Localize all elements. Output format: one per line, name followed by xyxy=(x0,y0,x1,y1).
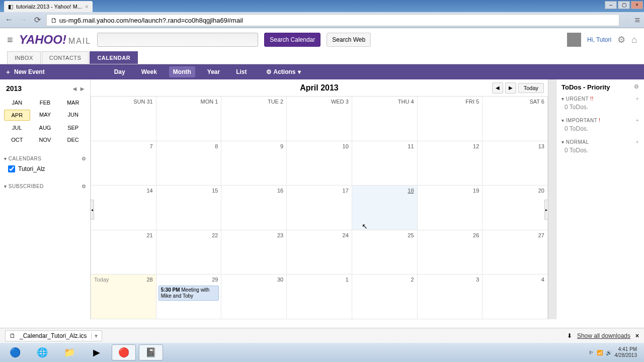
tray-flag-icon[interactable]: 🏳 xyxy=(589,350,594,355)
todo-section-header[interactable]: ▾ IMPORTANT !+ xyxy=(561,118,639,123)
search-input[interactable] xyxy=(97,33,258,47)
tab-inbox[interactable]: INBOX xyxy=(7,51,41,64)
maximize-button[interactable]: ▢ xyxy=(618,1,630,9)
calendar-cell[interactable]: SAT 6 xyxy=(482,97,548,141)
calendar-item[interactable]: Tutori_Alz xyxy=(4,163,86,174)
url-input[interactable]: 🗋 us-mg6.mail.yahoo.com/neo/launch?.rand… xyxy=(46,14,619,26)
prev-month-button[interactable]: ◀ xyxy=(492,82,503,94)
calendar-cell[interactable]: 24 xyxy=(287,230,352,275)
taskbar-ie[interactable]: 🌐 xyxy=(30,344,54,360)
calendar-cell[interactable]: SUN 31 xyxy=(91,97,156,141)
tray-volume-icon[interactable]: 🔊 xyxy=(606,350,612,355)
view-day[interactable]: Day xyxy=(110,66,129,77)
calendar-cell[interactable]: 15 xyxy=(156,186,222,230)
hamburger-icon[interactable]: ≡ xyxy=(7,34,13,46)
calendar-cell[interactable]: 4 xyxy=(482,275,548,319)
taskbar-explorer[interactable]: 📁 xyxy=(57,344,82,360)
calendar-cell[interactable]: 22 xyxy=(156,230,222,275)
calendar-event[interactable]: 5:30 PM Meeting with Mike and Toby xyxy=(158,286,219,301)
calendar-cell[interactable]: 1 xyxy=(287,275,352,319)
calendar-cell[interactable]: 27 xyxy=(482,230,548,275)
calendar-cell[interactable]: FRI 5 xyxy=(418,97,483,141)
plus-icon[interactable]: + xyxy=(636,118,639,123)
view-year[interactable]: Year xyxy=(203,66,224,77)
month-cell-jan[interactable]: JAN xyxy=(4,98,30,108)
new-event-button[interactable]: ＋ New Event xyxy=(5,68,45,76)
taskbar-chrome[interactable]: 🔴 xyxy=(112,344,136,360)
clock[interactable]: 4:41 PM 4/28/2013 xyxy=(615,346,641,358)
calendar-cell[interactable]: 7 xyxy=(91,141,156,186)
calendar-cell[interactable]: TUE 2 xyxy=(221,97,287,141)
calendar-cell[interactable]: 21 xyxy=(91,230,156,275)
plus-icon[interactable]: + xyxy=(636,96,639,102)
calendar-cell[interactable]: THU 4 xyxy=(352,97,418,141)
prev-year-icon[interactable]: ◂ xyxy=(73,84,76,93)
plus-icon[interactable]: + xyxy=(636,139,639,145)
calendar-cell[interactable]: 16 xyxy=(221,186,287,230)
calendar-cell[interactable]: 10 xyxy=(287,141,352,186)
month-cell-mar[interactable]: MAR xyxy=(60,98,86,108)
calendar-cell[interactable]: 28Today xyxy=(91,275,156,319)
scrollbar[interactable] xyxy=(548,79,556,319)
collapse-right-icon[interactable]: ▸ xyxy=(544,200,548,220)
view-list[interactable]: List xyxy=(232,66,251,77)
close-icon[interactable]: × xyxy=(635,332,639,339)
calendar-cell[interactable]: 12 xyxy=(418,141,483,186)
calendar-cell[interactable]: 9 xyxy=(221,141,287,186)
view-month[interactable]: Month xyxy=(169,66,195,77)
calendar-cell[interactable]: MON 1 xyxy=(156,97,222,141)
gear-icon[interactable]: ⚙ xyxy=(82,184,87,189)
calendar-cell[interactable]: 18 xyxy=(352,186,418,230)
minimize-button[interactable]: – xyxy=(605,1,617,9)
month-cell-may[interactable]: MAY xyxy=(32,110,58,121)
browser-tab[interactable]: ◧ tutorialz.2013 - Yahoo! M... × xyxy=(4,1,93,12)
forward-button[interactable]: → xyxy=(18,15,28,25)
month-cell-sep[interactable]: SEP xyxy=(60,123,86,133)
chrome-menu-icon[interactable]: ≡ xyxy=(634,15,640,26)
tray-network-icon[interactable]: 📶 xyxy=(597,350,603,355)
reload-button[interactable]: ⟳ xyxy=(32,15,42,25)
view-week[interactable]: Week xyxy=(137,66,161,77)
search-web-button[interactable]: Search Web xyxy=(327,33,371,47)
tab-calendar[interactable]: CALENDAR xyxy=(90,51,138,64)
month-cell-jun[interactable]: JUN xyxy=(60,110,86,121)
taskbar-app[interactable]: 📓 xyxy=(139,344,163,360)
calendar-cell[interactable]: 11 xyxy=(352,141,418,186)
taskbar-media[interactable]: ▶ xyxy=(85,344,109,360)
tab-contacts[interactable]: CONTACTS xyxy=(42,51,89,64)
back-button[interactable]: ← xyxy=(4,15,14,25)
todo-section-header[interactable]: ▾ URGENT !!+ xyxy=(561,96,639,102)
calendar-cell[interactable]: 26 xyxy=(418,230,483,275)
calendar-cell[interactable]: 14 xyxy=(91,186,156,230)
gear-icon[interactable]: ⚙ xyxy=(617,34,625,45)
search-calendar-button[interactable]: Search Calendar xyxy=(264,33,320,47)
yahoo-logo[interactable]: YAHOO!MAIL xyxy=(19,33,92,47)
todo-section-header[interactable]: ▾ NORMAL + xyxy=(561,139,639,145)
avatar[interactable] xyxy=(567,33,581,47)
next-month-button[interactable]: ▶ xyxy=(505,82,516,94)
calendar-cell[interactable]: 19 xyxy=(418,186,483,230)
calendar-cell[interactable]: 25 xyxy=(352,230,418,275)
month-cell-aug[interactable]: AUG xyxy=(32,123,58,133)
gear-icon[interactable]: ⚙ xyxy=(634,83,639,91)
greeting[interactable]: Hi, Tutori xyxy=(587,36,611,43)
month-cell-nov[interactable]: NOV xyxy=(32,135,58,145)
month-cell-feb[interactable]: FEB xyxy=(32,98,58,108)
actions-menu[interactable]: ⚙ Actions ▾ xyxy=(266,68,301,75)
close-icon[interactable]: × xyxy=(85,4,88,10)
calendar-cell[interactable]: 30 xyxy=(221,275,287,319)
calendar-cell[interactable]: 8 xyxy=(156,141,222,186)
calendar-cell[interactable]: 23 xyxy=(221,230,287,275)
calendars-header[interactable]: ▾ CALENDARS ⚙ xyxy=(4,154,86,163)
close-button[interactable]: × xyxy=(631,1,643,9)
calendar-cell[interactable]: 3 xyxy=(418,275,483,319)
collapse-left-icon[interactable]: ◂ xyxy=(90,200,94,220)
calendar-cell[interactable]: 295:30 PM Meeting with Mike and Toby xyxy=(156,275,222,319)
bookmark-icon[interactable]: ☆ xyxy=(623,16,630,25)
calendar-cell[interactable]: 17 xyxy=(287,186,352,230)
gear-icon[interactable]: ⚙ xyxy=(82,156,87,161)
subscribed-header[interactable]: ▾ SUBSCRIBED ⚙ xyxy=(4,182,86,191)
month-cell-apr[interactable]: APR xyxy=(4,110,30,121)
chevron-down-icon[interactable]: ▾ xyxy=(91,332,98,339)
calendar-checkbox[interactable] xyxy=(8,165,15,172)
